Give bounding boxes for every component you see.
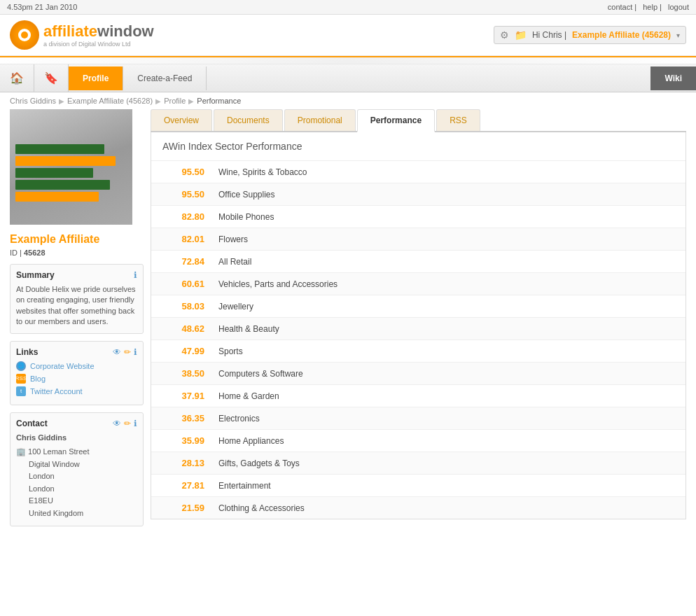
sidebar-affiliate-name: Example Affiliate xyxy=(10,233,144,246)
perf-label: Flowers xyxy=(218,234,248,244)
top-bar: 4.53pm 21 Jan 2010 contact | help | logo… xyxy=(0,0,696,15)
sidebar-links-section: Links 👁 ✏ ℹ 🌐 Corporate Website RSS Blog… xyxy=(10,341,144,405)
perf-label: Health & Beauty xyxy=(218,324,279,334)
perf-score: 21.59 xyxy=(162,503,218,513)
logo-orange: affiliate xyxy=(43,22,97,40)
tab-rss[interactable]: RSS xyxy=(436,109,480,131)
performance-row: 82.01 Flowers xyxy=(151,228,685,251)
summary-info-icon[interactable]: ℹ xyxy=(134,270,137,280)
performance-row: 36.35 Electronics xyxy=(151,407,685,430)
link-twitter: t Twitter Account xyxy=(16,386,137,396)
performance-title: AWin Index Sector Performance xyxy=(151,132,685,161)
performance-row: 95.50 Office Supplies xyxy=(151,183,685,206)
summary-text: At Double Helix we pride ourselves on cr… xyxy=(16,284,137,328)
breadcrumb-profile[interactable]: Profile xyxy=(164,97,186,105)
links-edit-icon[interactable]: ✏ xyxy=(124,347,131,357)
sidebar-contact-header: Contact 👁 ✏ ℹ xyxy=(16,419,137,428)
perf-label: All Retail xyxy=(218,257,251,267)
sidebar-logo xyxy=(10,109,132,225)
dropdown-icon[interactable]: ▾ xyxy=(676,31,680,39)
performance-rows: 95.50 Wine, Spirits & Tobacco 95.50 Offi… xyxy=(151,161,685,519)
nav-home-button[interactable]: 🏠 xyxy=(0,64,34,92)
perf-label: Home Appliances xyxy=(218,436,284,446)
gear-icon[interactable]: ⚙ xyxy=(500,29,509,41)
perf-label: Office Supplies xyxy=(218,190,275,200)
tab-promotional[interactable]: Promotional xyxy=(284,109,356,131)
twitter-link[interactable]: Twitter Account xyxy=(30,387,83,396)
sidebar-summary-section: Summary ℹ At Double Helix we pride ourse… xyxy=(10,264,144,334)
header: affiliatewindow a division of Digital Wi… xyxy=(0,15,696,56)
top-links: contact | help | logout xyxy=(604,3,689,11)
perf-label: Home & Garden xyxy=(218,391,279,401)
perf-score: 58.03 xyxy=(162,301,218,312)
blog-link[interactable]: Blog xyxy=(30,374,46,383)
perf-score: 36.35 xyxy=(162,413,218,424)
perf-score: 82.01 xyxy=(162,234,218,244)
perf-label: Mobile Phones xyxy=(218,212,274,222)
contact-link[interactable]: contact xyxy=(608,3,632,11)
sidebar: Example Affiliate ID | 45628 Summary ℹ A… xyxy=(0,109,144,547)
contact-name: Chris Giddins xyxy=(16,433,137,443)
performance-row: 27.81 Entertainment xyxy=(151,475,685,497)
contact-info-icon[interactable]: ℹ xyxy=(134,419,137,428)
perf-score: 72.84 xyxy=(162,256,218,267)
performance-row: 58.03 Jewellery xyxy=(151,295,685,318)
breadcrumb-current: Performance xyxy=(197,97,241,105)
sidebar-summary-header: Summary ℹ xyxy=(16,270,137,280)
bookmark-icon: 🔖 xyxy=(44,71,58,85)
header-decoration xyxy=(0,56,696,64)
logout-link[interactable]: logout xyxy=(668,3,689,11)
help-link[interactable]: help xyxy=(643,3,657,11)
perf-score: 95.50 xyxy=(162,189,218,200)
perf-label: Electronics xyxy=(218,414,260,424)
link-corporate: 🌐 Corporate Website xyxy=(16,361,137,371)
tab-documents[interactable]: Documents xyxy=(214,109,283,131)
performance-row: 95.50 Wine, Spirits & Tobacco xyxy=(151,161,685,183)
corporate-website-link[interactable]: Corporate Website xyxy=(30,362,95,370)
nav-wiki-button[interactable]: Wiki xyxy=(650,66,696,90)
perf-label: Jewellery xyxy=(218,302,253,312)
performance-row: 60.61 Vehicles, Parts and Accessories xyxy=(151,273,685,295)
contact-edit-icon[interactable]: ✏ xyxy=(124,419,131,428)
logo-area: affiliatewindow a division of Digital Wi… xyxy=(10,20,154,50)
perf-label: Wine, Spirits & Tobacco xyxy=(218,167,307,177)
rss-icon: RSS xyxy=(16,374,26,384)
perf-label: Gifts, Gadgets & Toys xyxy=(218,458,300,468)
logo-icon xyxy=(10,20,39,50)
breadcrumb: Chris Giddins ▶ Example Affiliate (45628… xyxy=(0,92,696,109)
addr-icon: 🏢 xyxy=(16,447,26,456)
tab-profile[interactable]: Profile xyxy=(69,66,123,90)
links-info-icon[interactable]: ℹ xyxy=(134,347,137,357)
nav-bookmark-button[interactable]: 🔖 xyxy=(34,64,69,92)
tab-performance[interactable]: Performance xyxy=(357,109,435,132)
perf-label: Vehicles, Parts and Accessories xyxy=(218,279,337,289)
perf-score: 38.50 xyxy=(162,368,218,379)
perf-score: 35.99 xyxy=(162,435,218,446)
main-nav: 🏠 🔖 Profile Create-a-Feed Wiki xyxy=(0,64,696,92)
logo-sub: a division of Digital Window Ltd xyxy=(43,41,154,48)
links-view-icon[interactable]: 👁 xyxy=(113,347,121,357)
performance-row: 37.91 Home & Garden xyxy=(151,385,685,407)
performance-row: 38.50 Computers & Software xyxy=(151,363,685,385)
contact-view-icon[interactable]: 👁 xyxy=(113,419,121,428)
sidebar-contact-section: Contact 👁 ✏ ℹ Chris Giddins 🏢 100 Leman … xyxy=(10,412,144,526)
perf-score: 82.80 xyxy=(162,211,218,222)
breadcrumb-chris[interactable]: Chris Giddins xyxy=(10,97,56,105)
perf-label: Entertainment xyxy=(218,481,271,491)
performance-row: 48.62 Health & Beauty xyxy=(151,318,685,340)
perf-score: 37.91 xyxy=(162,391,218,401)
main-content: Overview Documents Promotional Performan… xyxy=(144,109,696,547)
link-blog: RSS Blog xyxy=(16,374,137,384)
performance-row: 28.13 Gifts, Gadgets & Toys xyxy=(151,452,685,475)
performance-row: 35.99 Home Appliances xyxy=(151,430,685,452)
tab-overview[interactable]: Overview xyxy=(151,109,212,131)
folder-icon: 📁 xyxy=(515,29,527,41)
affiliate-link[interactable]: Example Affiliate (45628) xyxy=(572,30,671,40)
performance-row: 47.99 Sports xyxy=(151,340,685,363)
logo-gray: window xyxy=(97,22,154,40)
perf-label: Clothing & Accessories xyxy=(218,503,305,513)
perf-label: Sports xyxy=(218,346,243,356)
breadcrumb-affiliate[interactable]: Example Affiliate (45628) xyxy=(67,97,153,105)
contact-title: Contact xyxy=(16,419,48,428)
tab-create-feed[interactable]: Create-a-Feed xyxy=(123,66,207,90)
